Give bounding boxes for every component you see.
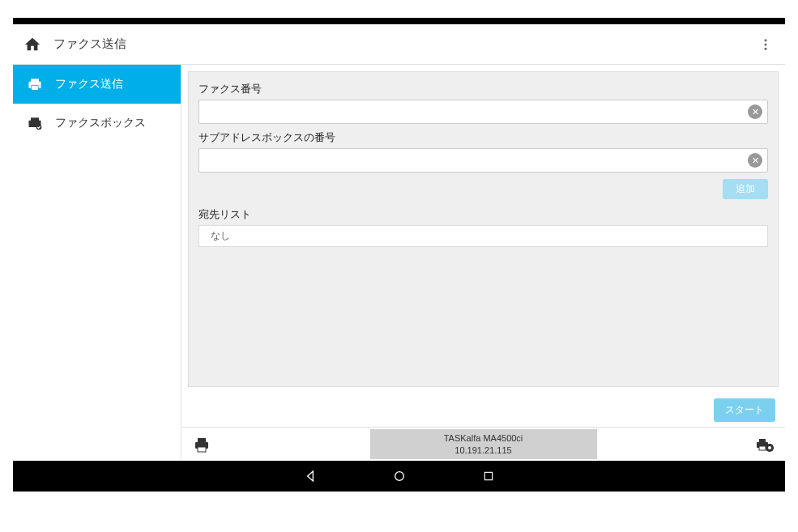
svg-rect-14 [759, 446, 766, 450]
back-icon[interactable] [302, 468, 318, 484]
sidebar-item-fax-box[interactable]: ファクスボックス [13, 104, 181, 143]
destination-list: なし [198, 225, 768, 247]
more-vert-icon[interactable] [756, 35, 775, 54]
form-panel: ファクス番号 ✕ サブアドレスボックスの番号 ✕ 追加 宛先リスト なし [188, 71, 779, 387]
svg-rect-18 [484, 472, 492, 479]
android-nav-bar [13, 461, 785, 492]
sidebar-item-label: ファクス送信 [55, 77, 123, 92]
add-button[interactable]: 追加 [723, 179, 768, 199]
svg-rect-11 [198, 447, 206, 452]
svg-point-16 [768, 446, 771, 449]
fax-box-icon [26, 114, 44, 132]
sidebar: ファクス送信 ファクスボックス [13, 65, 181, 461]
subaddress-input[interactable] [204, 155, 748, 167]
svg-point-2 [765, 47, 767, 49]
home-icon[interactable] [23, 35, 42, 54]
app-header: ファクス送信 [13, 24, 785, 65]
svg-point-0 [765, 39, 767, 41]
recent-apps-icon[interactable] [480, 468, 497, 484]
destination-list-label: 宛先リスト [198, 207, 768, 222]
device-info[interactable]: TASKalfa MA4500ci 10.191.21.115 [370, 429, 597, 459]
sidebar-item-label: ファクスボックス [55, 116, 146, 130]
fax-number-label: ファクス番号 [198, 82, 768, 96]
footer-bar: TASKalfa MA4500ci 10.191.21.115 [181, 427, 785, 461]
home-nav-icon[interactable] [391, 468, 408, 484]
clear-icon[interactable]: ✕ [748, 104, 762, 119]
svg-rect-4 [31, 79, 39, 82]
destination-list-empty: なし [211, 230, 230, 241]
fax-number-input-row: ✕ [198, 100, 768, 124]
clear-icon[interactable]: ✕ [748, 153, 762, 168]
svg-point-1 [765, 43, 767, 45]
subaddress-label: サブアドレスボックスの番号 [198, 130, 768, 145]
svg-rect-10 [198, 438, 206, 442]
device-name: TASKalfa MA4500ci [403, 432, 565, 444]
sidebar-item-fax-send[interactable]: ファクス送信 [13, 65, 181, 104]
fax-icon [26, 75, 44, 93]
svg-rect-5 [32, 86, 38, 91]
printer-settings-icon[interactable] [754, 434, 775, 455]
svg-rect-7 [31, 117, 39, 121]
page-title: ファクス送信 [53, 36, 756, 52]
start-button[interactable]: スタート [714, 398, 775, 422]
svg-rect-13 [759, 439, 766, 442]
fax-number-input[interactable] [204, 106, 748, 118]
printer-icon[interactable] [191, 434, 212, 455]
subaddress-input-row: ✕ [198, 148, 768, 172]
svg-point-17 [395, 472, 403, 481]
device-ip: 10.191.21.115 [403, 445, 565, 456]
android-status-bar [13, 18, 785, 24]
